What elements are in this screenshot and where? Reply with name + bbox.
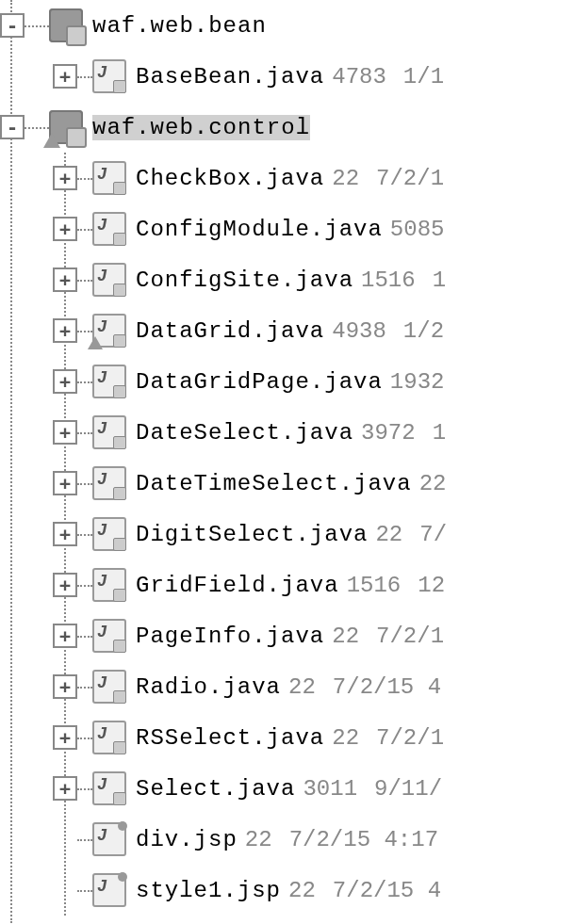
- expand-icon[interactable]: +: [53, 624, 77, 648]
- revision-number: 4783: [332, 64, 386, 89]
- node-label: DateSelect.java: [136, 420, 353, 446]
- expand-icon[interactable]: +: [53, 369, 77, 394]
- date-text: 1: [433, 420, 446, 446]
- tree-node[interactable]: +ConfigModule.java5085: [0, 203, 574, 254]
- node-label: ConfigModule.java: [136, 217, 383, 242]
- expand-icon[interactable]: +: [53, 64, 77, 89]
- java-file-icon: [92, 568, 126, 602]
- tree-node[interactable]: style1.jsp227/2/15 4: [0, 865, 574, 916]
- tree-connector: [77, 331, 92, 332]
- node-label: DataGrid.java: [136, 318, 324, 344]
- node-label: CheckBox.java: [136, 166, 324, 191]
- node-label: Radio.java: [136, 674, 281, 700]
- java-file-icon: [92, 771, 126, 805]
- java-file-icon: [92, 263, 126, 297]
- revision-number: 22: [288, 878, 316, 903]
- tree-connector: [77, 229, 92, 231]
- tree-node[interactable]: -waf.web.control: [0, 102, 574, 153]
- revision-number: 22: [332, 725, 359, 751]
- date-text: 7/2/15 4: [333, 878, 441, 903]
- revision-number: 1516: [361, 267, 416, 293]
- package-icon: [49, 8, 83, 42]
- expand-icon[interactable]: +: [53, 522, 77, 546]
- tree-connector: [77, 585, 92, 587]
- tree-connector: [77, 687, 92, 689]
- node-label: DataGridPage.java: [136, 369, 383, 395]
- tree-node[interactable]: +DataGrid.java49381/2: [0, 305, 574, 356]
- tree-connector: [77, 178, 92, 180]
- tree-node[interactable]: +DateSelect.java39721: [0, 407, 574, 458]
- collapse-icon[interactable]: -: [0, 13, 25, 38]
- node-label: waf.web.control: [92, 115, 310, 140]
- tree-node[interactable]: +BaseBean.java47831/1: [0, 51, 574, 102]
- tree-connector: [25, 25, 49, 27]
- tree-connector: [77, 534, 92, 536]
- expand-icon[interactable]: +: [53, 318, 77, 343]
- revision-number: 3011: [303, 776, 357, 802]
- tree-connector: [77, 280, 92, 282]
- date-text: 7/2/1: [376, 166, 444, 191]
- tree-connector: [77, 636, 92, 638]
- tree-node[interactable]: +DateTimeSelect.java22: [0, 458, 574, 509]
- date-text: 1/1: [403, 64, 444, 89]
- tree-node[interactable]: div.jsp227/2/15 4:17: [0, 814, 574, 865]
- expand-icon[interactable]: +: [53, 776, 77, 801]
- expand-icon[interactable]: +: [53, 725, 77, 750]
- tree-node[interactable]: +RSSelect.java227/2/1: [0, 712, 574, 763]
- node-label: BaseBean.java: [136, 64, 324, 89]
- node-label: ConfigSite.java: [136, 267, 353, 293]
- package-tree: -waf.web.bean+BaseBean.java47831/1-waf.w…: [0, 0, 574, 916]
- expand-icon[interactable]: +: [53, 166, 77, 190]
- package-warning-icon: [49, 110, 83, 144]
- revision-number: 22: [288, 674, 316, 700]
- jsp-file-icon: [92, 873, 126, 907]
- java-file-icon: [92, 466, 126, 500]
- node-label: DigitSelect.java: [136, 522, 368, 547]
- expand-icon[interactable]: +: [53, 573, 77, 597]
- revision-number: 22: [332, 166, 359, 191]
- tree-node[interactable]: +ConfigSite.java15161: [0, 254, 574, 305]
- tree-node[interactable]: +CheckBox.java227/2/1: [0, 153, 574, 203]
- java-file-icon: [92, 517, 126, 551]
- tree-connector: [77, 432, 92, 434]
- revision-number: 22: [332, 624, 359, 649]
- date-text: 1/2: [403, 318, 444, 344]
- tree-node[interactable]: +PageInfo.java227/2/1: [0, 610, 574, 661]
- revision-number: 4938: [332, 318, 386, 344]
- tree-connector: [77, 839, 92, 841]
- tree-node[interactable]: +DataGridPage.java1932: [0, 356, 574, 407]
- java-file-icon: [92, 161, 126, 195]
- tree-connector: [77, 788, 92, 790]
- tree-connector: [25, 127, 49, 129]
- tree-node[interactable]: +GridField.java151612: [0, 559, 574, 610]
- expand-icon[interactable]: +: [53, 267, 77, 292]
- node-label: PageInfo.java: [136, 624, 324, 649]
- expand-icon[interactable]: +: [53, 420, 77, 445]
- tree-node[interactable]: +Select.java30119/11/: [0, 763, 574, 814]
- date-text: 12: [418, 573, 445, 598]
- revision-number: 22: [245, 827, 272, 852]
- node-label: style1.jsp: [136, 878, 281, 903]
- tree-node[interactable]: +DigitSelect.java227/: [0, 509, 574, 559]
- java-file-icon: [92, 415, 126, 449]
- date-text: 9/11/: [374, 776, 442, 802]
- revision-number: 1932: [390, 369, 445, 395]
- tree-connector: [77, 738, 92, 739]
- java-file-icon: [92, 59, 126, 93]
- java-file-icon: [92, 721, 126, 754]
- date-text: 1: [433, 267, 446, 293]
- revision-number: 3972: [361, 420, 416, 446]
- node-label: Select.java: [136, 776, 295, 802]
- tree-node[interactable]: +Radio.java227/2/15 4: [0, 661, 574, 712]
- revision-number: 1516: [347, 573, 402, 598]
- expand-icon[interactable]: +: [53, 471, 77, 495]
- node-label: RSSelect.java: [136, 725, 324, 751]
- collapse-icon[interactable]: -: [0, 115, 25, 139]
- node-label: GridField.java: [136, 573, 339, 598]
- date-text: 7/2/1: [376, 624, 444, 649]
- node-label: DateTimeSelect.java: [136, 471, 412, 496]
- tree-node[interactable]: -waf.web.bean: [0, 0, 574, 51]
- expand-icon[interactable]: +: [53, 674, 77, 699]
- expand-icon[interactable]: +: [53, 217, 77, 241]
- tree-connector: [77, 381, 92, 383]
